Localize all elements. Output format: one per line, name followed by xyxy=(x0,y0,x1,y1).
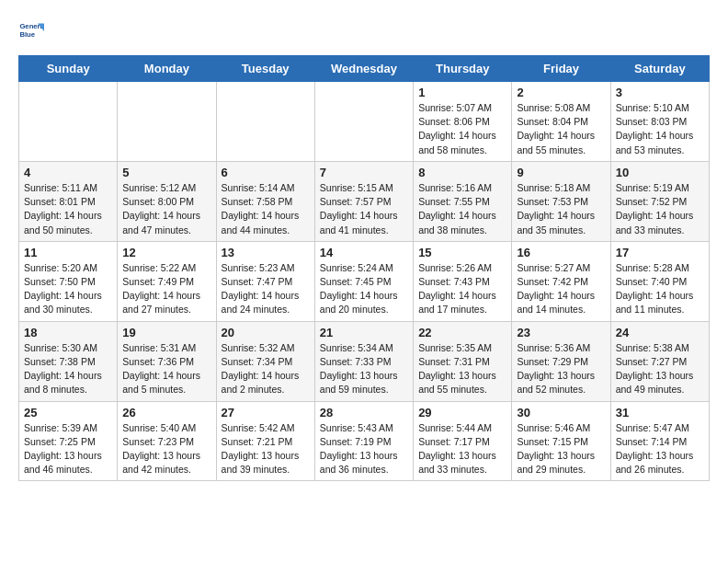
day-number: 27 xyxy=(222,406,310,419)
week-row-3: 11Sunrise: 5:20 AMSunset: 7:50 PMDayligh… xyxy=(19,241,710,321)
calendar-cell: 21Sunrise: 5:34 AMSunset: 7:33 PMDayligh… xyxy=(314,321,413,401)
day-info: Sunrise: 5:15 AMSunset: 7:57 PMDaylight:… xyxy=(320,181,408,237)
calendar-cell: 10Sunrise: 5:19 AMSunset: 7:52 PMDayligh… xyxy=(610,161,709,241)
calendar-cell: 31Sunrise: 5:47 AMSunset: 7:14 PMDayligh… xyxy=(610,401,709,481)
calendar-cell: 11Sunrise: 5:20 AMSunset: 7:50 PMDayligh… xyxy=(19,241,118,321)
header-day-sunday: Sunday xyxy=(19,56,118,82)
day-number: 20 xyxy=(222,326,310,339)
day-number: 18 xyxy=(24,326,112,339)
day-info: Sunrise: 5:35 AMSunset: 7:31 PMDaylight:… xyxy=(418,341,506,397)
calendar-cell: 8Sunrise: 5:16 AMSunset: 7:55 PMDaylight… xyxy=(414,161,512,241)
day-info: Sunrise: 5:39 AMSunset: 7:25 PMDaylight:… xyxy=(24,421,112,477)
calendar-header: SundayMondayTuesdayWednesdayThursdayFrid… xyxy=(19,56,710,82)
day-number: 1 xyxy=(418,86,506,99)
calendar-cell: 7Sunrise: 5:15 AMSunset: 7:57 PMDaylight… xyxy=(314,161,413,241)
day-info: Sunrise: 5:14 AMSunset: 7:58 PMDaylight:… xyxy=(222,181,310,237)
day-number: 26 xyxy=(122,406,210,419)
day-number: 7 xyxy=(320,166,408,179)
calendar-table: SundayMondayTuesdayWednesdayThursdayFrid… xyxy=(18,55,710,481)
header-day-friday: Friday xyxy=(512,56,610,82)
day-number: 17 xyxy=(616,246,704,259)
day-info: Sunrise: 5:40 AMSunset: 7:23 PMDaylight:… xyxy=(122,421,210,477)
calendar-cell: 30Sunrise: 5:46 AMSunset: 7:15 PMDayligh… xyxy=(512,401,610,481)
day-info: Sunrise: 5:28 AMSunset: 7:40 PMDaylight:… xyxy=(616,261,704,317)
calendar-cell: 19Sunrise: 5:31 AMSunset: 7:36 PMDayligh… xyxy=(118,321,216,401)
day-info: Sunrise: 5:11 AMSunset: 8:01 PMDaylight:… xyxy=(24,181,112,237)
day-number: 6 xyxy=(222,166,310,179)
calendar-cell: 28Sunrise: 5:43 AMSunset: 7:19 PMDayligh… xyxy=(314,401,413,481)
calendar-body: 1Sunrise: 5:07 AMSunset: 8:06 PMDaylight… xyxy=(19,82,710,481)
day-number: 2 xyxy=(517,86,605,99)
day-info: Sunrise: 5:43 AMSunset: 7:19 PMDaylight:… xyxy=(320,421,408,477)
day-info: Sunrise: 5:42 AMSunset: 7:21 PMDaylight:… xyxy=(222,421,310,477)
calendar-cell: 16Sunrise: 5:27 AMSunset: 7:42 PMDayligh… xyxy=(512,241,610,321)
calendar-cell: 22Sunrise: 5:35 AMSunset: 7:31 PMDayligh… xyxy=(414,321,512,401)
calendar-cell: 12Sunrise: 5:22 AMSunset: 7:49 PMDayligh… xyxy=(118,241,216,321)
day-number: 13 xyxy=(222,246,310,259)
day-number: 22 xyxy=(418,326,506,339)
day-number: 19 xyxy=(122,326,210,339)
calendar-cell: 6Sunrise: 5:14 AMSunset: 7:58 PMDaylight… xyxy=(216,161,314,241)
day-info: Sunrise: 5:44 AMSunset: 7:17 PMDaylight:… xyxy=(418,421,506,477)
day-number: 4 xyxy=(24,166,112,179)
day-number: 14 xyxy=(320,246,408,259)
day-info: Sunrise: 5:38 AMSunset: 7:27 PMDaylight:… xyxy=(616,341,704,397)
calendar-cell: 23Sunrise: 5:36 AMSunset: 7:29 PMDayligh… xyxy=(512,321,610,401)
header-day-wednesday: Wednesday xyxy=(314,56,413,82)
week-row-5: 25Sunrise: 5:39 AMSunset: 7:25 PMDayligh… xyxy=(19,401,710,481)
day-info: Sunrise: 5:34 AMSunset: 7:33 PMDaylight:… xyxy=(320,341,408,397)
day-info: Sunrise: 5:19 AMSunset: 7:52 PMDaylight:… xyxy=(616,181,704,237)
day-number: 21 xyxy=(320,326,408,339)
calendar-cell: 3Sunrise: 5:10 AMSunset: 8:03 PMDaylight… xyxy=(610,82,709,162)
calendar-cell: 14Sunrise: 5:24 AMSunset: 7:45 PMDayligh… xyxy=(314,241,413,321)
day-info: Sunrise: 5:47 AMSunset: 7:14 PMDaylight:… xyxy=(616,421,704,477)
calendar-cell: 18Sunrise: 5:30 AMSunset: 7:38 PMDayligh… xyxy=(19,321,118,401)
calendar-cell: 9Sunrise: 5:18 AMSunset: 7:53 PMDaylight… xyxy=(512,161,610,241)
week-row-1: 1Sunrise: 5:07 AMSunset: 8:06 PMDaylight… xyxy=(19,82,710,162)
calendar-cell xyxy=(118,82,216,162)
header-row: SundayMondayTuesdayWednesdayThursdayFrid… xyxy=(19,56,710,82)
day-number: 24 xyxy=(616,326,704,339)
calendar-cell: 27Sunrise: 5:42 AMSunset: 7:21 PMDayligh… xyxy=(216,401,314,481)
day-info: Sunrise: 5:27 AMSunset: 7:42 PMDaylight:… xyxy=(517,261,605,317)
day-info: Sunrise: 5:20 AMSunset: 7:50 PMDaylight:… xyxy=(24,261,112,317)
day-info: Sunrise: 5:18 AMSunset: 7:53 PMDaylight:… xyxy=(517,181,605,237)
day-info: Sunrise: 5:08 AMSunset: 8:04 PMDaylight:… xyxy=(517,101,605,157)
calendar-cell: 2Sunrise: 5:08 AMSunset: 8:04 PMDaylight… xyxy=(512,82,610,162)
day-number: 5 xyxy=(122,166,210,179)
day-number: 16 xyxy=(517,246,605,259)
calendar-cell xyxy=(19,82,118,162)
day-number: 12 xyxy=(122,246,210,259)
header-day-saturday: Saturday xyxy=(610,56,709,82)
calendar-cell: 5Sunrise: 5:12 AMSunset: 8:00 PMDaylight… xyxy=(118,161,216,241)
day-number: 23 xyxy=(517,326,605,339)
svg-text:Blue: Blue xyxy=(19,30,35,39)
day-info: Sunrise: 5:32 AMSunset: 7:34 PMDaylight:… xyxy=(222,341,310,397)
header-day-thursday: Thursday xyxy=(414,56,512,82)
day-info: Sunrise: 5:30 AMSunset: 7:38 PMDaylight:… xyxy=(24,341,112,397)
day-info: Sunrise: 5:36 AMSunset: 7:29 PMDaylight:… xyxy=(517,341,605,397)
calendar-cell: 13Sunrise: 5:23 AMSunset: 7:47 PMDayligh… xyxy=(216,241,314,321)
calendar-cell: 4Sunrise: 5:11 AMSunset: 8:01 PMDaylight… xyxy=(19,161,118,241)
calendar-cell: 29Sunrise: 5:44 AMSunset: 7:17 PMDayligh… xyxy=(414,401,512,481)
day-info: Sunrise: 5:26 AMSunset: 7:43 PMDaylight:… xyxy=(418,261,506,317)
day-number: 25 xyxy=(24,406,112,419)
calendar-cell: 1Sunrise: 5:07 AMSunset: 8:06 PMDaylight… xyxy=(414,82,512,162)
day-info: Sunrise: 5:16 AMSunset: 7:55 PMDaylight:… xyxy=(418,181,506,237)
day-number: 3 xyxy=(616,86,704,99)
day-info: Sunrise: 5:10 AMSunset: 8:03 PMDaylight:… xyxy=(616,101,704,157)
day-number: 11 xyxy=(24,246,112,259)
week-row-4: 18Sunrise: 5:30 AMSunset: 7:38 PMDayligh… xyxy=(19,321,710,401)
day-number: 9 xyxy=(517,166,605,179)
day-number: 30 xyxy=(517,406,605,419)
day-number: 8 xyxy=(418,166,506,179)
day-info: Sunrise: 5:46 AMSunset: 7:15 PMDaylight:… xyxy=(517,421,605,477)
day-info: Sunrise: 5:12 AMSunset: 8:00 PMDaylight:… xyxy=(122,181,210,237)
calendar-cell: 26Sunrise: 5:40 AMSunset: 7:23 PMDayligh… xyxy=(118,401,216,481)
logo: General Blue xyxy=(18,18,50,44)
day-number: 28 xyxy=(320,406,408,419)
calendar-cell: 15Sunrise: 5:26 AMSunset: 7:43 PMDayligh… xyxy=(414,241,512,321)
header-day-tuesday: Tuesday xyxy=(216,56,314,82)
day-info: Sunrise: 5:23 AMSunset: 7:47 PMDaylight:… xyxy=(222,261,310,317)
calendar-cell: 25Sunrise: 5:39 AMSunset: 7:25 PMDayligh… xyxy=(19,401,118,481)
